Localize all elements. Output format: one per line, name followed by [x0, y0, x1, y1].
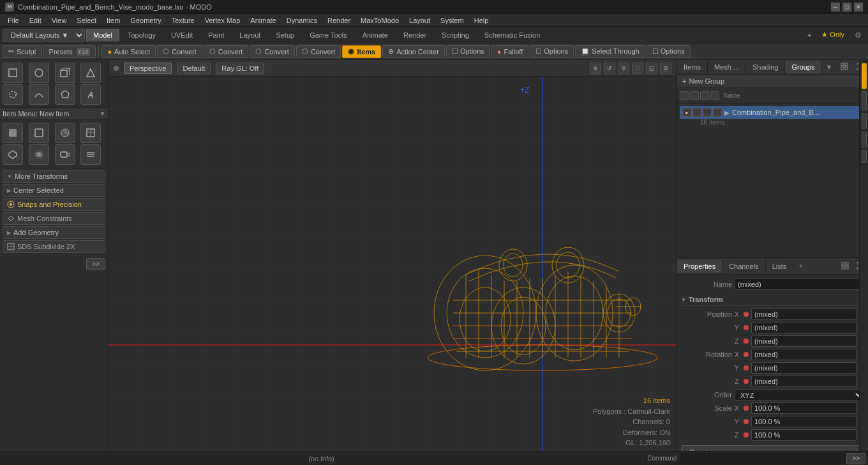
menu-dynamics[interactable]: Dynamics	[281, 15, 322, 26]
group-item-0[interactable]: ● ▶ Combination_Pipe_and_B...	[680, 106, 865, 119]
new-group-button[interactable]: + New Group	[677, 75, 868, 88]
panel-expand-btn[interactable]	[837, 60, 852, 74]
tab-render[interactable]: Render	[396, 29, 433, 42]
viewport-reset-btn[interactable]: ↺	[604, 63, 615, 74]
wireframe-render-btn[interactable]	[29, 123, 49, 143]
right-vtab-3[interactable]	[862, 113, 867, 129]
settings-icon[interactable]: ⚙	[851, 29, 865, 41]
viewport-canvas[interactable]: +Z	[108, 77, 677, 465]
right-vtab-5[interactable]	[862, 150, 867, 163]
tab-items[interactable]: Items	[677, 61, 708, 73]
tab-groups[interactable]: Groups	[785, 61, 821, 73]
shade-render-btn[interactable]	[55, 123, 75, 143]
mesh-constraints-btn[interactable]: Mesh Constraints	[3, 212, 105, 225]
layer-render-btn[interactable]	[80, 144, 101, 165]
text-tool-btn[interactable]: A	[80, 84, 101, 105]
menu-system[interactable]: System	[435, 15, 469, 26]
light-render-btn[interactable]	[29, 144, 49, 165]
action-center-button[interactable]: ⊕ Action Center	[382, 45, 445, 58]
maximize-button[interactable]: □	[842, 3, 851, 11]
add-layout-tab[interactable]: +	[804, 30, 815, 40]
add-geometry-btn[interactable]: ▶ Add Geometry	[3, 226, 105, 239]
scale-z-input[interactable]	[751, 429, 857, 441]
tab-uvedit[interactable]: UVEdit	[164, 29, 200, 42]
triangle-tool-btn[interactable]	[80, 63, 101, 83]
close-button[interactable]: ✕	[854, 3, 863, 11]
panel-tab-dropdown[interactable]: ▼	[821, 61, 836, 73]
menu-animate[interactable]: Animate	[245, 15, 281, 26]
solid-render-btn[interactable]	[3, 123, 23, 143]
options-button-1[interactable]: ☐ Options	[446, 45, 490, 58]
order-dropdown[interactable]: XYZ XZY YXZ YZX ZXY ZYX	[735, 389, 864, 400]
tab-lists[interactable]: Lists	[766, 260, 794, 273]
tab-animate[interactable]: Animate	[355, 29, 395, 42]
name-field-input[interactable]	[735, 278, 864, 290]
scale-y-input[interactable]	[751, 416, 857, 427]
tab-topology[interactable]: Topology	[121, 29, 163, 42]
camera-render-btn[interactable]	[55, 144, 75, 165]
center-selected-btn[interactable]: ▶ Center Selected	[3, 184, 105, 197]
convert-item-button[interactable]: ⬡ Convert	[296, 45, 341, 58]
star-only-btn[interactable]: ★ Only	[818, 29, 848, 40]
menu-layout[interactable]: Layout	[404, 15, 435, 26]
transform-section[interactable]: ▼ Transform	[681, 294, 864, 306]
tab-paint[interactable]: Paint	[201, 29, 231, 42]
tab-model[interactable]: Model	[86, 29, 119, 42]
options-button-3[interactable]: ☐ Options	[647, 45, 691, 58]
menu-maxtomodo[interactable]: MaxToModo	[355, 15, 404, 26]
box-tool-btn[interactable]	[55, 63, 75, 83]
tab-shading[interactable]: Shading	[746, 61, 785, 73]
menu-file[interactable]: File	[3, 15, 24, 26]
right-vtab-2[interactable]	[862, 91, 867, 111]
right-vtab-4[interactable]	[862, 132, 867, 148]
viewport-fit-btn[interactable]: ⊕	[590, 63, 601, 74]
curve-tool-btn[interactable]	[29, 84, 49, 105]
viewport-settings-btn[interactable]: ⚙	[660, 63, 671, 74]
viewport-search-btn[interactable]: ⚲	[618, 63, 629, 74]
prop-add-button[interactable]: +	[793, 259, 808, 273]
ref-render-btn[interactable]	[3, 144, 23, 165]
viewport[interactable]: Perspective Default Ray GL: Off ⊕ ↺ ⚲ □ …	[108, 60, 677, 465]
texture-render-btn[interactable]	[80, 123, 101, 143]
menu-render[interactable]: Render	[322, 15, 355, 26]
options-button-2[interactable]: ☐ Options	[530, 45, 574, 58]
presets-button[interactable]: Presets F16	[43, 45, 96, 58]
select-through-button[interactable]: 🔲 Select Through	[575, 45, 645, 58]
command-run-button[interactable]: >>	[846, 453, 865, 464]
move-tool-btn[interactable]	[3, 63, 23, 83]
viewport-frame-btn[interactable]: □	[632, 63, 643, 74]
right-vtab-accent[interactable]	[862, 63, 867, 89]
raygl-label[interactable]: Ray GL: Off	[216, 63, 264, 74]
rotate-tool-btn[interactable]	[3, 84, 23, 105]
sphere-tool-btn[interactable]	[29, 63, 49, 83]
menu-item[interactable]: Item	[101, 15, 125, 26]
falloff-button[interactable]: ● Falloff	[491, 45, 528, 58]
minimize-button[interactable]: ─	[831, 3, 840, 11]
layout-dropdown[interactable]: Default Layouts ▼	[3, 29, 85, 42]
menu-geometry[interactable]: Geometry	[125, 15, 166, 26]
command-input-field[interactable]	[680, 453, 846, 464]
tab-mesh[interactable]: Mesh ...	[708, 61, 746, 73]
expand-button[interactable]: >>	[86, 258, 105, 270]
item-menu[interactable]: Item Menu: New Item ▼	[0, 107, 108, 120]
style-label[interactable]: Default	[177, 63, 211, 74]
menu-select[interactable]: Select	[71, 15, 101, 26]
poly-tool-btn[interactable]	[55, 84, 75, 105]
prop-grid-icon[interactable]	[837, 259, 853, 273]
tab-setup[interactable]: Setup	[269, 29, 301, 42]
tab-game-tools[interactable]: Game Tools	[303, 29, 354, 42]
menu-help[interactable]: Help	[469, 15, 494, 26]
snaps-precision-btn[interactable]: Snaps and Precision	[3, 198, 105, 211]
viewport-snap-btn[interactable]: ◱	[646, 63, 657, 74]
convert-edge-button[interactable]: ⬡ Convert	[204, 45, 249, 58]
tab-scripting[interactable]: Scripting	[435, 29, 476, 42]
rotation-z-input[interactable]	[751, 376, 857, 387]
tab-channels[interactable]: Channels	[722, 260, 765, 273]
convert-vert-button[interactable]: ⬡ Convert	[250, 45, 295, 58]
tab-schematic[interactable]: Schematic Fusion	[477, 29, 547, 42]
tab-properties[interactable]: Properties	[677, 260, 722, 273]
menu-view[interactable]: View	[47, 15, 72, 26]
menu-texture[interactable]: Texture	[167, 15, 200, 26]
tab-layout[interactable]: Layout	[232, 29, 267, 42]
position-x-input[interactable]	[751, 309, 857, 320]
